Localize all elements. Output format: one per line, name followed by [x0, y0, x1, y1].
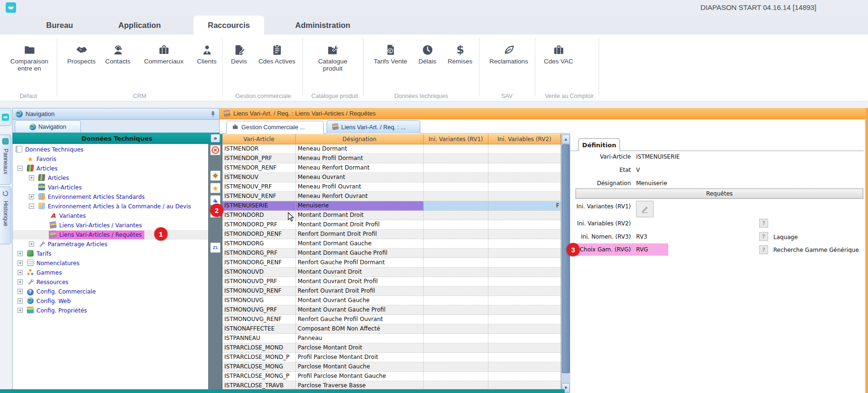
definition-field-label-d-signation: Désignation [570, 180, 631, 187]
table-vertical-scrollbar[interactable]: ▲ ▼ [561, 134, 570, 393]
table-row[interactable]: ISTMONDORDMontant Dormant Droit [222, 211, 561, 220]
zoom-z1-icon[interactable]: Z1 [210, 242, 221, 253]
ribbon-button-catalogue-produit[interactable]: Catalogue produit [314, 38, 352, 72]
table-row[interactable]: ISTMONDORG_PRFMontant Dormant Gauche Pro… [222, 249, 561, 258]
help-question-button[interactable]: ? [759, 232, 768, 241]
table-row[interactable]: ISTMONOUVG_PRFMontant Ouvrant Gauche Pro… [222, 305, 561, 315]
table-row[interactable]: ISTPARCLOSE_MONDParclose Montant Droit [222, 343, 561, 353]
help-question-button[interactable]: ? [759, 245, 768, 254]
tab-navigation[interactable]: Navigation [15, 120, 81, 133]
tree-item-label: Vari-Articles [48, 184, 82, 191]
tab-definition[interactable]: Définition [578, 138, 620, 151]
tree-item-liens-vari-articles-variantes[interactable]: Liens Vari-Articles / Variantes [13, 221, 208, 230]
table-row[interactable]: ISTPARCLOSE_MONG_PProfil Parclose Montan… [222, 372, 561, 381]
ribbon-button-cdes-vac[interactable]: Cdes VAC [532, 38, 585, 65]
table-row[interactable]: ISTMONDORG_RENFRenfort Gauche Profil Dor… [222, 258, 561, 268]
ribbon-button-comparaison-entre-en[interactable]: Comparaison entre en [3, 38, 55, 72]
table-row[interactable]: ISTMONOUVD_RENFRenfort Ouvrant Droit Pro… [222, 286, 561, 296]
tree-item-config-propri-t-s[interactable]: +Config. Propriétés [13, 306, 208, 315]
tree-item-gammes[interactable]: +Gammes [13, 268, 208, 277]
tree-expander-expand[interactable]: + [18, 298, 23, 304]
tree-expander-collapse[interactable]: − [18, 166, 23, 171]
scroll-up-button[interactable]: ▲ [562, 134, 570, 144]
tree-expander-expand[interactable]: + [18, 270, 23, 275]
table-row[interactable]: ISTMONOUVDMontant Ouvrant Droit [222, 268, 561, 277]
tree-expander-expand[interactable]: + [29, 241, 34, 247]
document-tab-gestion-commerciale[interactable]: Gestion Commerciale ... [226, 121, 324, 134]
tree-item-donn-es-techniques[interactable]: Données Techniques [13, 145, 208, 154]
table-row[interactable]: ISTPARCLOSE_MOND_PProfil Parclose Montan… [222, 353, 561, 362]
pin-icon[interactable] [210, 111, 216, 117]
table-row[interactable]: ISTMENOUV_RENFMeneau Renfort Ouvrant [222, 192, 561, 201]
tree-item-environnement-articles-standards[interactable]: +Environnement Articles Standards [13, 192, 208, 202]
table-row[interactable]: ISTMONDORD_RENFRenfort Dormant Droit Pro… [222, 230, 561, 239]
table-cell [424, 192, 488, 201]
table-row[interactable]: ISTMENOUVMeneau Ouvrant [222, 173, 561, 182]
table-row[interactable]: ISTMONOUVG_RENFRenfort Gauche Profil Ouv… [222, 315, 561, 324]
ribbon-button-contacts[interactable]: Contacts [91, 38, 144, 65]
document-tab-liens-vari-art-req[interactable]: Liens Vari-Art. / Req. : ... [327, 120, 420, 134]
column-header-ini-variantes-rv1[interactable]: Ini. Variantes (RV1) [424, 134, 488, 144]
close-icon[interactable] [210, 145, 221, 155]
favorite-star-icon[interactable]: ★ [210, 183, 221, 193]
tree-item-variantes[interactable]: AVariantes [13, 211, 208, 221]
menu-tab-raccourcis[interactable]: Raccourcis [194, 16, 264, 35]
tree-item-vari-articles[interactable]: Vari-Articles [13, 183, 208, 192]
tree-item-config-commerciale[interactable]: +?Config. Commerciale [13, 287, 208, 296]
collapse-panel-button[interactable]: » [211, 134, 220, 143]
tree-item-content: Articles [26, 164, 60, 173]
tree-expander-expand[interactable]: + [29, 175, 34, 180]
tree-expander-expand[interactable]: + [18, 308, 23, 313]
table-row[interactable]: ISTMONOUVGMontant Ouvrant Gauche [222, 296, 561, 305]
table-row[interactable]: ISTMENUISERIEMenuiserieF [222, 201, 561, 211]
tree-item-favoris[interactable]: ★Favoris [13, 154, 208, 164]
ribbon-button-remises[interactable]: $Remises [434, 38, 487, 65]
column-header-vari-article[interactable]: Vari-Article [222, 134, 296, 144]
table-row[interactable]: ISTNONAFFECTEEComposant BOM Non Affecté [222, 324, 561, 334]
tree-expander-expand[interactable]: + [18, 279, 23, 285]
column-header-ini-variables-rv2[interactable]: Ini. Variables (RV2) [488, 134, 561, 144]
application-window: DIAPASON START 04.16.14 [14893] BureauAp… [0, 0, 868, 393]
table-cell: Parclose Montant Gauche [296, 362, 424, 372]
scrollbar-thumb[interactable] [562, 144, 570, 373]
table-row[interactable]: ISTMENOUV_PRFMeneau Profil Ouvrant [222, 182, 561, 192]
table-row[interactable]: ISTMENDOR_PRFMeneau Profil Dormant [222, 154, 561, 163]
ribbon-button-cdes-actives[interactable]: Cdes Actives [250, 38, 303, 65]
tree-expander-expand[interactable]: + [18, 289, 23, 294]
help-question-button[interactable]: ? [759, 219, 768, 228]
rail-logo-button[interactable] [0, 108, 11, 126]
column-header-d-signation[interactable]: Désignation [296, 134, 424, 144]
table-row[interactable]: ISTMONDORD_PRFMontant Dormant Droit Prof… [222, 220, 561, 230]
tree-item-articles[interactable]: +Articles [13, 173, 208, 183]
tree-item-articles[interactable]: −Articles [13, 164, 208, 173]
table-row[interactable]: ISTPARCLOSE_MONGParclose Montant Gauche [222, 362, 561, 372]
tree-item-label: Favoris [36, 156, 56, 162]
rv1-query-button[interactable] [636, 201, 654, 217]
table-row[interactable]: ISTMONDORGMontant Dormant Gauche [222, 239, 561, 249]
table-row[interactable]: ISTMENDORMeneau Dormant [222, 144, 561, 154]
table-cell: Meneau Dormant [296, 144, 424, 154]
tree-item-param-trage-articles[interactable]: +Paramétrage Articles [13, 240, 208, 249]
ribbon-button-reclamations[interactable]: Reclamations [482, 38, 535, 65]
table-row[interactable]: ISTPANNEAUPanneau [222, 334, 561, 343]
tree-expander-expand[interactable]: + [18, 251, 23, 256]
tree-item-ressources[interactable]: +Ressources [13, 277, 208, 287]
tree-expander-expand[interactable]: + [18, 260, 23, 266]
table-row[interactable]: ISTMENDOR_RENFMeneau Renfort Dormant [222, 163, 561, 173]
tree-expander-expand[interactable]: + [29, 194, 34, 199]
wrench-icon [38, 241, 45, 249]
table-cell [424, 353, 488, 362]
tree-item-config-web[interactable]: +Config. Web [13, 296, 208, 306]
tree-expander-collapse[interactable]: − [29, 204, 34, 209]
sidebar-tab-panneaux[interactable]: Panneaux [0, 134, 11, 185]
tree-item-tarifs[interactable]: +Tarifs [13, 249, 208, 259]
menu-tab-application[interactable]: Application [109, 16, 170, 35]
menu-tab-administration[interactable]: Administration [284, 16, 362, 35]
tree-item-environnement-articles-la-commande-au-devis[interactable]: −Environnement Articles à la Commande / … [13, 202, 208, 211]
tree-item-liens-vari-articles-requ-tes[interactable]: Liens Vari-Articles / Requêtes [13, 230, 208, 240]
sidebar-tab-historique[interactable]: Historique [0, 187, 11, 244]
tree-item-nomenclatures[interactable]: +Nomenclatures [13, 259, 208, 268]
gear-icon[interactable] [210, 170, 221, 181]
table-row[interactable]: ISTMONOUVD_PRFMontant Ouvrant Droit Prof… [222, 277, 561, 286]
menu-tab-bureau[interactable]: Bureau [36, 16, 83, 35]
